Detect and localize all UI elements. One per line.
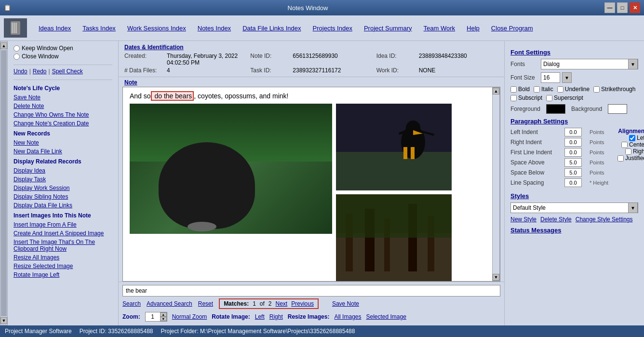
new-style-btn[interactable]: New Style bbox=[510, 216, 537, 223]
nav-work-sessions-index[interactable]: Work Sessions Index bbox=[121, 23, 192, 34]
italic-check-item[interactable]: Italic bbox=[534, 86, 553, 93]
superscript-checkbox[interactable] bbox=[546, 95, 552, 101]
spell-check-link[interactable]: Spell Check bbox=[52, 68, 83, 75]
nav-notes-index[interactable]: Notes Index bbox=[192, 23, 237, 34]
dates-header: Dates & Identification bbox=[124, 44, 498, 51]
insert-clipboard-image-sidebar[interactable]: Insert The Image That's On The Clipboard… bbox=[13, 238, 112, 253]
keep-window-open-radio[interactable]: Keep Window Open bbox=[13, 45, 112, 52]
note-scroll-down[interactable]: ▼ bbox=[493, 274, 499, 281]
insert-image-file-sidebar[interactable]: Insert Image From A File bbox=[13, 221, 112, 229]
undo-link[interactable]: Undo bbox=[13, 68, 27, 75]
nav-team-work[interactable]: Team Work bbox=[418, 23, 461, 34]
display-data-file-links-sidebar[interactable]: Display Data File Links bbox=[13, 202, 112, 209]
scroll-down-btn[interactable]: ▼ bbox=[0, 317, 7, 324]
background-swatch[interactable] bbox=[608, 104, 627, 114]
save-note-search-bar[interactable]: Save Note bbox=[332, 300, 359, 307]
nav-help[interactable]: Help bbox=[461, 23, 485, 34]
underline-check-item[interactable]: Underline bbox=[557, 86, 590, 93]
maximize-button[interactable]: □ bbox=[617, 2, 628, 13]
paragraph-left-col: Left Indent Points Right Indent Points F… bbox=[510, 128, 614, 189]
reset-link[interactable]: Reset bbox=[198, 300, 213, 307]
nav-close-program[interactable]: Close Program bbox=[485, 23, 539, 34]
rotate-right-link[interactable]: Right bbox=[269, 313, 283, 320]
subscript-checkbox[interactable] bbox=[510, 95, 517, 101]
display-idea-sidebar[interactable]: Display Idea bbox=[13, 167, 112, 175]
rotate-image-left-sidebar[interactable]: Rotate Image Left bbox=[13, 271, 112, 279]
search-link[interactable]: Search bbox=[122, 300, 141, 307]
nav-projects-index[interactable]: Projects Index bbox=[307, 23, 358, 34]
note-scroll-up[interactable]: ▲ bbox=[493, 88, 499, 94]
display-work-session-sidebar[interactable]: Display Work Session bbox=[13, 184, 112, 192]
window-title: Notes Window bbox=[11, 4, 604, 12]
space-above-input[interactable] bbox=[564, 158, 582, 167]
align-center-checkbox[interactable] bbox=[621, 142, 628, 148]
delete-note-sidebar[interactable]: Delete Note bbox=[13, 102, 112, 110]
close-window-radio[interactable]: Close Window bbox=[13, 53, 112, 60]
dates-grid: Created: Thursday, February 3, 2022 04:0… bbox=[124, 53, 498, 74]
display-sibling-notes-sidebar[interactable]: Display Sibling Notes bbox=[13, 193, 112, 201]
foreground-swatch[interactable] bbox=[546, 104, 565, 114]
next-match-button[interactable]: Next bbox=[276, 300, 288, 307]
resize-selected-link[interactable]: Selected Image bbox=[366, 313, 406, 320]
nav-data-file-links[interactable]: Data File Links Index bbox=[237, 23, 307, 34]
resize-all-link[interactable]: All Images bbox=[334, 313, 361, 320]
style-dropdown-btn[interactable]: ▼ bbox=[628, 202, 638, 213]
font-size-label: Font Size bbox=[510, 74, 537, 81]
minimize-button[interactable]: — bbox=[604, 2, 615, 13]
left-indent-input[interactable] bbox=[564, 128, 582, 136]
search-input[interactable] bbox=[122, 285, 500, 297]
display-task-sidebar[interactable]: Display Task bbox=[13, 175, 112, 183]
redo-link[interactable]: Redo bbox=[33, 68, 47, 75]
align-right-checkbox[interactable] bbox=[625, 148, 631, 155]
nav-project-summary[interactable]: Project Summary bbox=[358, 23, 418, 34]
zoom-down-btn[interactable]: ▼ bbox=[160, 317, 167, 321]
underline-checkbox[interactable] bbox=[557, 86, 564, 93]
bold-check-item[interactable]: Bold bbox=[510, 86, 530, 93]
align-justified-label: Justified bbox=[625, 155, 644, 162]
rotate-left-link[interactable]: Left bbox=[255, 313, 265, 320]
app-icon: 📋 bbox=[4, 4, 11, 11]
align-justified-checkbox[interactable] bbox=[617, 155, 624, 162]
normal-zoom-link[interactable]: Normal Zoom bbox=[172, 313, 207, 320]
line-spacing-input[interactable] bbox=[564, 178, 582, 187]
right-indent-input[interactable] bbox=[564, 138, 582, 147]
resize-selected-image-sidebar[interactable]: Resize Selected Image bbox=[13, 262, 112, 270]
bold-checkbox[interactable] bbox=[510, 86, 517, 93]
close-button[interactable]: ✕ bbox=[630, 2, 640, 13]
paragraph-layout: Left Indent Points Right Indent Points F… bbox=[510, 128, 638, 189]
section-header-display: Display Related Records bbox=[13, 158, 112, 165]
new-note-sidebar[interactable]: New Note bbox=[13, 139, 112, 147]
italic-checkbox[interactable] bbox=[534, 86, 540, 93]
save-note-sidebar[interactable]: Save Note bbox=[13, 94, 112, 101]
font-dropdown-btn[interactable]: ▼ bbox=[628, 59, 638, 69]
change-owner-sidebar[interactable]: Change Who Owns The Note bbox=[13, 111, 112, 119]
subscript-check-item[interactable]: Subscript bbox=[510, 94, 542, 101]
create-insert-snipped-sidebar[interactable]: Create And Insert A Snipped Image bbox=[13, 229, 112, 237]
strikethrough-checkbox[interactable] bbox=[593, 86, 600, 93]
note-scrollbar[interactable]: ▲ ▼ bbox=[492, 87, 500, 281]
align-left-checkbox[interactable] bbox=[629, 135, 635, 141]
space-below-input[interactable] bbox=[564, 168, 582, 177]
left-scrollbar[interactable]: ▲ ▼ bbox=[0, 41, 8, 325]
strikethrough-check-item[interactable]: Strikethrough bbox=[593, 86, 635, 93]
resize-all-images-sidebar[interactable]: Resize All Images bbox=[13, 254, 112, 261]
font-size-input[interactable] bbox=[541, 72, 560, 83]
nav-ideas-index[interactable]: Ideas Index bbox=[33, 23, 77, 34]
nav-tasks-index[interactable]: Tasks Index bbox=[77, 23, 121, 34]
new-data-file-link-sidebar[interactable]: New Data File Link bbox=[13, 148, 112, 155]
advanced-search-link[interactable]: Advanced Search bbox=[147, 300, 192, 307]
space-above-row: Space Above Points bbox=[510, 158, 614, 167]
scroll-thumb[interactable] bbox=[1, 50, 7, 316]
zoom-input[interactable] bbox=[146, 312, 160, 321]
line-spacing-height: * Height bbox=[590, 180, 614, 186]
zoom-up-btn[interactable]: ▲ bbox=[160, 312, 167, 317]
previous-match-button[interactable]: Previous bbox=[291, 300, 314, 307]
change-creation-date-sidebar[interactable]: Change Note's Creation Date bbox=[13, 120, 112, 127]
change-style-settings-btn[interactable]: Change Style Settings bbox=[576, 216, 633, 223]
scroll-up-btn[interactable]: ▲ bbox=[0, 42, 7, 49]
superscript-check-item[interactable]: Superscript bbox=[546, 94, 583, 101]
font-size-dropdown-btn[interactable]: ▼ bbox=[562, 72, 572, 83]
first-line-input[interactable] bbox=[564, 148, 582, 157]
note-editor[interactable]: And so do the bears, coyotes, opossums, … bbox=[123, 87, 492, 281]
delete-style-btn[interactable]: Delete Style bbox=[540, 216, 572, 223]
